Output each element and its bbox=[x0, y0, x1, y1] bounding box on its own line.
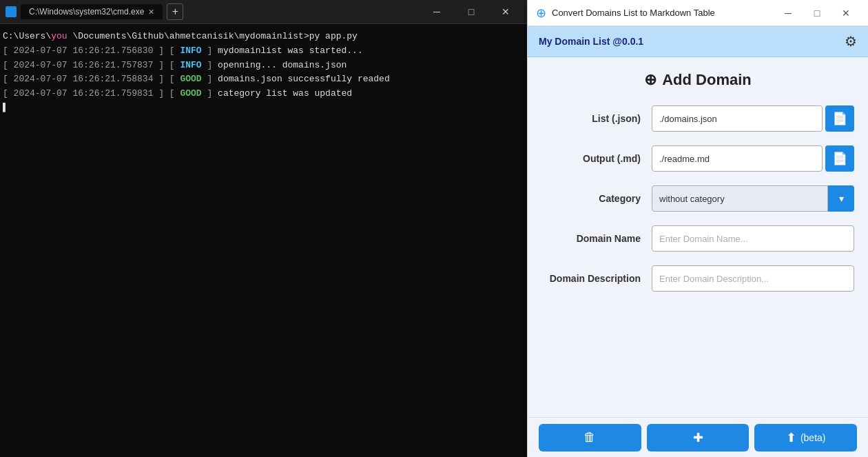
list-json-input[interactable] bbox=[652, 105, 823, 132]
domain-name-label: Domain Name bbox=[541, 233, 652, 244]
domain-description-label: Domain Description bbox=[541, 273, 652, 284]
terminal-window-controls: ─ □ ✕ bbox=[421, 1, 521, 22]
export-button[interactable]: ⬆ (beta) bbox=[754, 424, 857, 451]
terminal-prompt-you: you bbox=[51, 30, 67, 44]
list-json-label: List (.json) bbox=[541, 113, 652, 124]
domain-name-input-wrap bbox=[652, 225, 854, 252]
terminal-log-line: [ 2024-07-07 16:26:21.757837 ] [ INFO ] … bbox=[3, 59, 524, 73]
terminal-tab[interactable]: C:\Windows\system32\cmd.exe ✕ bbox=[21, 4, 163, 19]
app-maximize-button[interactable]: □ bbox=[803, 3, 831, 23]
app-footer: 🗑 ✚ ⬆ (beta) bbox=[528, 417, 868, 457]
globe-icon: ⊕ bbox=[644, 71, 657, 89]
terminal-icon bbox=[6, 6, 17, 17]
terminal-log-line: [ 2024-07-07 16:26:21.759831 ] [ GOOD ] … bbox=[3, 87, 524, 101]
list-json-browse-button[interactable]: 📄 bbox=[825, 105, 854, 132]
clear-icon: 🗑 bbox=[583, 430, 596, 445]
category-select-wrap: ▾ bbox=[652, 185, 854, 212]
terminal-cursor: ▌ bbox=[3, 101, 8, 116]
terminal-prompt-rest: \Documents\Github\ahmetcanisik\mydomainl… bbox=[68, 30, 358, 44]
output-md-input-wrap: 📄 bbox=[652, 145, 854, 172]
domain-name-row: Domain Name bbox=[541, 225, 854, 252]
app-content: ⊕ Add Domain List (.json) 📄 Output (.md)… bbox=[528, 57, 868, 417]
terminal-window: C:\Windows\system32\cmd.exe ✕ + ─ □ ✕ C:… bbox=[0, 0, 527, 457]
category-row: Category ▾ bbox=[541, 185, 854, 212]
terminal-close-button[interactable]: ✕ bbox=[490, 1, 521, 22]
app-window-icon: ⊕ bbox=[536, 6, 546, 21]
terminal-new-tab-button[interactable]: + bbox=[167, 3, 183, 20]
terminal-log-line: [ 2024-07-07 16:26:21.758834 ] [ GOOD ] … bbox=[3, 72, 524, 87]
app-minimize-button[interactable]: ─ bbox=[774, 3, 802, 23]
terminal-log-line: [ 2024-07-07 16:26:21.756830 ] [ INFO ] … bbox=[3, 44, 524, 59]
export-beta-label: (beta) bbox=[800, 432, 826, 443]
category-input[interactable] bbox=[652, 185, 828, 212]
output-md-browse-button[interactable]: 📄 bbox=[825, 145, 854, 172]
output-md-row: Output (.md) 📄 bbox=[541, 145, 854, 172]
terminal-cursor-line: ▌ bbox=[3, 101, 524, 116]
folder-icon-2: 📄 bbox=[832, 151, 847, 166]
add-button[interactable]: ✚ bbox=[647, 424, 750, 451]
terminal-prompt-path: C:\Users\ bbox=[3, 30, 51, 44]
terminal-prompt-line: C:\Users\you \Documents\Github\ahmetcani… bbox=[3, 30, 524, 44]
list-json-input-wrap: 📄 bbox=[652, 105, 854, 132]
export-icon: ⬆ bbox=[786, 430, 796, 445]
section-title-text: Add Domain bbox=[662, 71, 752, 89]
terminal-log-container: [ 2024-07-07 16:26:21.756830 ] [ INFO ] … bbox=[3, 44, 524, 101]
terminal-tab-label: C:\Windows\system32\cmd.exe bbox=[29, 7, 144, 17]
app-close-button[interactable]: ✕ bbox=[832, 3, 860, 23]
terminal-body: C:\Users\you \Documents\Github\ahmetcani… bbox=[0, 24, 527, 457]
add-icon: ✚ bbox=[693, 430, 703, 445]
app-window-title: Convert Domains List to Markdown Table bbox=[552, 8, 769, 18]
terminal-maximize-button[interactable]: □ bbox=[455, 1, 487, 22]
settings-button[interactable]: ⚙ bbox=[845, 33, 857, 50]
category-dropdown-button[interactable]: ▾ bbox=[828, 185, 854, 212]
app-window-controls: ─ □ ✕ bbox=[774, 3, 860, 23]
domain-description-input-wrap bbox=[652, 265, 854, 292]
domain-description-input[interactable] bbox=[652, 265, 854, 292]
domain-description-row: Domain Description bbox=[541, 265, 854, 292]
list-json-row: List (.json) 📄 bbox=[541, 105, 854, 132]
app-titlebar: ⊕ Convert Domains List to Markdown Table… bbox=[528, 0, 868, 26]
chevron-down-icon: ▾ bbox=[839, 193, 844, 204]
output-md-label: Output (.md) bbox=[541, 153, 652, 164]
app-header: My Domain List @0.0.1 ⚙ bbox=[528, 26, 868, 57]
terminal-titlebar: C:\Windows\system32\cmd.exe ✕ + ─ □ ✕ bbox=[0, 0, 527, 24]
terminal-minimize-button[interactable]: ─ bbox=[421, 1, 453, 22]
domain-name-input[interactable] bbox=[652, 225, 854, 252]
folder-icon: 📄 bbox=[832, 111, 847, 126]
section-title: ⊕ Add Domain bbox=[541, 71, 854, 89]
clear-button[interactable]: 🗑 bbox=[539, 424, 641, 451]
terminal-tab-close[interactable]: ✕ bbox=[148, 8, 154, 17]
category-label: Category bbox=[541, 193, 652, 204]
app-window: ⊕ Convert Domains List to Markdown Table… bbox=[527, 0, 868, 457]
output-md-input[interactable] bbox=[652, 145, 823, 172]
app-header-title: My Domain List @0.0.1 bbox=[539, 36, 643, 47]
